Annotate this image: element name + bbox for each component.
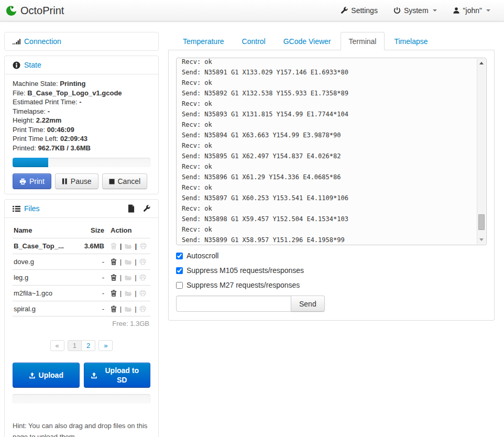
file-row[interactable]: leg.g - | | [13, 270, 150, 286]
settings-menu-item[interactable]: Settings [334, 2, 384, 19]
terminal-line: Recv: ok [182, 119, 473, 130]
files-header-name: Name [13, 223, 77, 238]
print-time-line: Print Time: 00:46:09 [13, 125, 150, 135]
suppress-m105-checkbox[interactable] [176, 267, 183, 274]
trash-icon[interactable] [111, 290, 117, 297]
pagination-page-1[interactable]: 1 [68, 340, 82, 351]
system-menu-item[interactable]: System [387, 2, 443, 19]
folder-open-icon [125, 275, 132, 281]
pagination-prev[interactable]: « [50, 340, 64, 351]
suppress-m27-label: Suppress M27 requests/responses [187, 281, 300, 289]
cancel-button-label: Cancel [118, 177, 141, 186]
state-content: Machine State: Printing File: B_Case_Top… [5, 74, 158, 194]
machine-state-line: Machine State: Printing [13, 79, 150, 89]
upload-to-sd-button[interactable]: Upload to SD [84, 363, 151, 388]
tab-timelapse[interactable]: Timelapse [386, 32, 436, 50]
tab-gcode-viewer[interactable]: GCode Viewer [275, 32, 339, 50]
terminal-line: Send: N35897 G1 X60.253 Y153.541 E4.1109… [182, 193, 473, 203]
wrench-icon[interactable] [143, 205, 150, 212]
print-progress-fill [13, 158, 48, 167]
connection-panel: Connection [4, 32, 159, 51]
file-row[interactable]: B_Case_Top_... 3.6MB | | [13, 238, 150, 254]
trash-icon[interactable] [111, 258, 117, 265]
files-header-action: Action [109, 223, 150, 238]
info-icon [13, 61, 20, 69]
printer-icon [19, 178, 26, 185]
user-menu-item[interactable]: "john" [446, 2, 497, 19]
file-size: - [77, 270, 109, 286]
printed-line: Printed: 962.7KB / 3.6MB [13, 144, 150, 153]
send-command-input[interactable] [176, 296, 291, 312]
signal-icon [13, 38, 20, 45]
files-content: Name Size Action B_Case_Top_... 3.6MB | [5, 217, 158, 437]
print-icon [139, 305, 146, 312]
connection-toggle[interactable]: Connection [13, 37, 150, 46]
files-title: Files [24, 204, 40, 213]
terminal-line: Recv: ok [182, 99, 473, 109]
print-progress-bar [13, 158, 150, 167]
cancel-button[interactable]: Cancel [102, 173, 148, 189]
file-size: - [77, 301, 109, 317]
print-icon [139, 274, 146, 281]
sidebar: Connection State [4, 32, 159, 437]
trash-icon[interactable] [111, 305, 117, 312]
files-table: Name Size Action B_Case_Top_... 3.6MB | [13, 223, 150, 316]
tab-control[interactable]: Control [234, 32, 274, 50]
terminal-tab-content: Recv: ok Send: N35891 G1 X133.029 Y157.1… [168, 50, 495, 321]
print-icon [139, 258, 146, 265]
connection-title: Connection [24, 37, 61, 46]
terminal-line: Recv: ok [182, 224, 473, 235]
folder-open-icon [125, 290, 132, 297]
suppress-m105-label: Suppress M105 requests/responses [187, 266, 304, 275]
terminal-line: Send: N35892 G1 X132.538 Y155.933 E1.735… [182, 88, 473, 99]
pause-button-label: Pause [71, 177, 92, 186]
pagination-page-2[interactable]: 2 [82, 340, 95, 351]
print-time-left-line: Print Time Left: 02:09:43 [13, 134, 150, 144]
scroll-down-icon[interactable] [479, 238, 484, 241]
terminal-line: Send: N35894 G1 X63.663 Y154.99 E3.9878*… [182, 130, 473, 140]
trash-icon [111, 243, 117, 249]
pause-button[interactable]: Pause [55, 173, 98, 189]
upload-button[interactable]: Upload [13, 363, 80, 388]
file-row[interactable]: dove.g - | | [13, 254, 150, 270]
terminal-output[interactable]: Recv: ok Send: N35891 G1 X133.029 Y157.1… [176, 58, 487, 245]
tab-temperature[interactable]: Temperature [174, 32, 233, 50]
settings-label: Settings [351, 6, 378, 15]
upload-icon [91, 372, 97, 379]
terminal-log: Recv: ok Send: N35891 G1 X133.029 Y157.1… [182, 58, 473, 245]
file-name: spiral.g [13, 301, 77, 317]
upload-progress-bar [13, 394, 150, 403]
pagination-next[interactable]: » [98, 340, 113, 351]
trash-icon[interactable] [111, 274, 117, 281]
file-name: m2fila~1.gco [13, 286, 77, 301]
print-button[interactable]: Print [13, 173, 51, 189]
tab-bar: Temperature Control GCode Viewer Termina… [168, 32, 495, 50]
send-button[interactable]: Send [291, 296, 325, 312]
top-navbar: OctoPrint Settings System [0, 0, 504, 21]
scroll-up-icon[interactable] [479, 62, 484, 64]
system-label: System [404, 6, 429, 15]
state-panel: State Machine State: Printing File: B_Ca… [4, 56, 159, 194]
octoprint-brand[interactable]: OctoPrint [5, 5, 64, 17]
tab-terminal[interactable]: Terminal [341, 32, 385, 50]
scrollbar-thumb[interactable] [478, 214, 485, 230]
file-line: File: B_Case_Top_Logo_v1.gcode [13, 89, 150, 98]
brand-label: OctoPrint [20, 5, 64, 17]
print-icon [139, 290, 146, 297]
terminal-line: Send: N35896 G1 X61.29 Y154.336 E4.0685*… [182, 172, 473, 182]
files-toggle[interactable]: Files [13, 204, 40, 213]
height-line: Height: 2.22mm [13, 116, 150, 125]
file-row[interactable]: spiral.g - | | [13, 301, 150, 317]
file-row[interactable]: m2fila~1.gco - | | [13, 286, 150, 301]
terminal-scrollbar[interactable] [477, 59, 486, 244]
autoscroll-checkbox[interactable] [176, 253, 183, 259]
state-title: State [24, 61, 41, 69]
terminal-line: Recv: ok [182, 161, 473, 172]
suppress-m27-checkbox[interactable] [176, 282, 183, 289]
chevron-down-icon [486, 9, 490, 12]
terminal-line: Send: N35895 G1 X62.497 Y154.837 E4.026*… [182, 151, 473, 161]
timelapse-line: Timelapse: - [13, 107, 150, 116]
stop-icon [109, 179, 115, 184]
state-toggle[interactable]: State [13, 61, 150, 69]
document-icon[interactable] [128, 204, 135, 213]
